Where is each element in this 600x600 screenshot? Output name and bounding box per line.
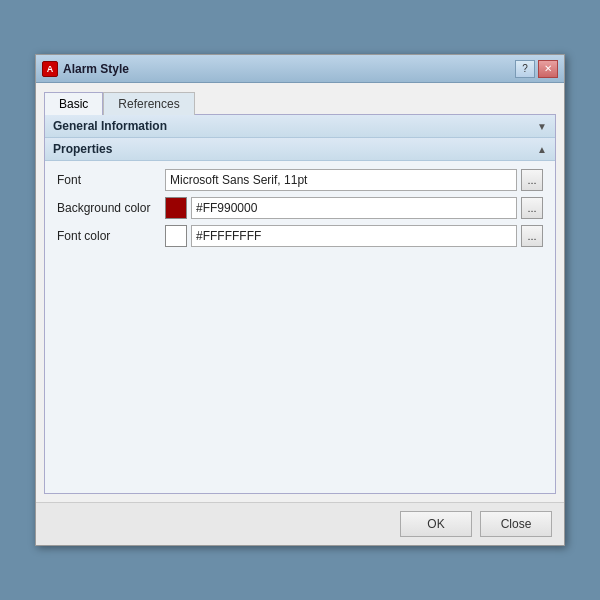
tab-bar: Basic References (44, 91, 556, 114)
background-color-label: Background color (57, 201, 157, 215)
font-color-input[interactable] (191, 225, 517, 247)
properties-header[interactable]: Properties ▲ (45, 138, 555, 161)
close-button[interactable]: Close (480, 511, 552, 537)
font-row: Font ... (57, 169, 543, 191)
ok-button[interactable]: OK (400, 511, 472, 537)
window-title: Alarm Style (63, 62, 129, 76)
tab-content: General Information ▼ Properties ▲ Font … (44, 114, 556, 494)
font-color-label: Font color (57, 229, 157, 243)
title-bar-left: A Alarm Style (42, 61, 129, 77)
footer: OK Close (36, 502, 564, 545)
background-color-input[interactable] (191, 197, 517, 219)
font-color-browse-button[interactable]: ... (521, 225, 543, 247)
title-bar-buttons: ? ✕ (515, 60, 558, 78)
background-color-swatch (165, 197, 187, 219)
font-browse-button[interactable]: ... (521, 169, 543, 191)
properties-label: Properties (53, 142, 112, 156)
help-button[interactable]: ? (515, 60, 535, 78)
tab-references[interactable]: References (103, 92, 194, 115)
properties-arrow: ▲ (537, 144, 547, 155)
title-bar: A Alarm Style ? ✕ (36, 55, 564, 83)
font-input[interactable] (165, 169, 517, 191)
font-label: Font (57, 173, 157, 187)
general-info-header[interactable]: General Information ▼ (45, 115, 555, 138)
properties-area: Font ... Background color ... (45, 161, 555, 255)
background-color-row: Background color ... (57, 197, 543, 219)
background-color-input-group: ... (165, 197, 543, 219)
font-color-row: Font color ... (57, 225, 543, 247)
window-close-button[interactable]: ✕ (538, 60, 558, 78)
font-color-input-group: ... (165, 225, 543, 247)
general-info-label: General Information (53, 119, 167, 133)
window-icon: A (42, 61, 58, 77)
tab-basic[interactable]: Basic (44, 92, 103, 115)
font-input-group: ... (165, 169, 543, 191)
window-body: Basic References General Information ▼ P… (36, 83, 564, 502)
background-color-browse-button[interactable]: ... (521, 197, 543, 219)
alarm-style-window: A Alarm Style ? ✕ Basic References Gener… (35, 54, 565, 546)
general-info-arrow: ▼ (537, 121, 547, 132)
font-color-swatch (165, 225, 187, 247)
